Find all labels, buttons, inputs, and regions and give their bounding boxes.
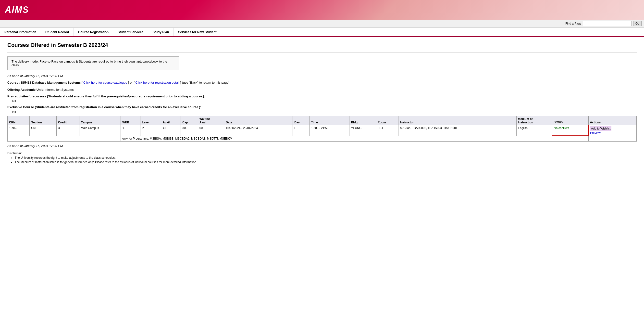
find-page-go-button[interactable]: Go — [633, 21, 642, 26]
programme-cell-empty-3 — [588, 136, 636, 141]
col-credit: Credit — [56, 116, 79, 125]
cell-actions: Add to Wishlist Preview — [588, 125, 636, 136]
cell-status: No conflicts — [552, 125, 588, 136]
col-room: Room — [376, 116, 398, 125]
col-avail: Avail — [161, 116, 181, 125]
offering-value: Information Systems — [44, 88, 74, 92]
find-page-bar: Find a Page Go — [0, 20, 644, 28]
cell-waitlist: 60 — [198, 125, 224, 136]
exclusive-value: Nil — [12, 110, 637, 114]
col-day: Day — [293, 116, 310, 125]
nav-item-personal-information[interactable]: Personal Information — [0, 28, 41, 36]
course-label: Course : — [7, 81, 20, 84]
col-medium: Medium ofInstruction — [516, 116, 552, 125]
logo: AIMS — [5, 5, 29, 15]
cell-crn: 10962 — [8, 125, 30, 136]
col-date: Date — [224, 116, 293, 125]
find-page-input[interactable] — [583, 21, 632, 26]
status-text: No conflicts — [554, 126, 569, 130]
cell-level: P — [140, 125, 161, 136]
cell-room: LT-1 — [376, 125, 398, 136]
col-actions: Actions — [588, 116, 636, 125]
col-status: Status — [552, 116, 588, 125]
offering-label: Offering Academic Unit: — [7, 88, 44, 92]
col-level: Level — [140, 116, 161, 125]
notice-text: The delivery mode: Face-to-Face on campu… — [12, 60, 167, 67]
nav: Personal Information Student Record Cour… — [0, 28, 644, 37]
col-crn: CRN — [8, 116, 30, 125]
disclaimer-list: The University reserves the right to mak… — [15, 156, 637, 164]
course-code: IS5413 Database Management Systems — [21, 81, 80, 84]
prereq-label: Pre-requisites/precursors (Students shou… — [7, 94, 637, 98]
course-or: or — [130, 81, 134, 84]
cell-medium: English — [516, 125, 552, 136]
cell-time: 19:00 - 21:50 — [310, 125, 350, 136]
header: AIMS — [0, 0, 644, 20]
exclusive-label: Exclusive Course (Students are restricte… — [7, 105, 637, 109]
nav-item-student-services[interactable]: Student Services — [113, 28, 148, 36]
registration-detail-link[interactable]: Click here for registration detail — [135, 81, 179, 84]
nav-item-student-record[interactable]: Student Record — [41, 28, 74, 36]
disclaimer-title: Disclaimer: — [7, 152, 637, 155]
col-bldg: Bldg — [350, 116, 376, 125]
table-row: 10962 C61 3 Main Campus Y P 41 300 60 15… — [8, 125, 637, 136]
as-of-1: As of As of January 15, 2024 17:00 PM — [7, 74, 637, 78]
disclaimer-item-1: The University reserves the right to mak… — [15, 156, 637, 159]
disclaimer-item-2: The Medium of Instruction listed is for … — [15, 160, 637, 164]
as-of-2: As of As of January 15, 2024 17:00 PM — [7, 144, 637, 148]
col-cap: Cap — [181, 116, 198, 125]
col-section: Section — [30, 116, 56, 125]
cell-bldg: YEUNG — [350, 125, 376, 136]
cell-campus: Main Campus — [79, 125, 120, 136]
disclaimer: Disclaimer: The University reserves the … — [7, 152, 637, 164]
add-to-wishlist-button[interactable]: Add to Wishlist — [590, 126, 612, 131]
cell-day: F — [293, 125, 310, 136]
col-instructor: Instructor — [398, 116, 516, 125]
cell-section: C61 — [30, 125, 56, 136]
course-info-line: Course : IS5413 Database Management Syst… — [7, 80, 637, 85]
cell-instructor: MA Jian, TBA IS002, TBA IS003, TBA IS001 — [398, 125, 516, 136]
course-back-note: (use "Back" to return to this page) — [182, 81, 230, 84]
offering-line: Offering Academic Unit: Information Syst… — [7, 87, 637, 93]
catalogue-link[interactable]: Click here for course catalogue — [83, 81, 127, 84]
programme-cell-text: only for Programme: MSBISA, MSBISB, MSCB… — [121, 136, 552, 141]
programme-cell-empty — [8, 136, 121, 141]
title-divider — [7, 52, 637, 53]
cell-web: Y — [121, 125, 140, 136]
programme-cell-empty-2 — [552, 136, 588, 141]
programme-row: only for Programme: MSBISA, MSBISB, MSCB… — [8, 136, 637, 141]
cell-credit: 3 — [56, 125, 79, 136]
nav-item-study-plan[interactable]: Study Plan — [148, 28, 174, 36]
notice-box: The delivery mode: Face-to-Face on campu… — [7, 57, 179, 70]
nav-item-course-registration[interactable]: Course Registration — [74, 28, 113, 36]
prereq-value: Nil — [12, 99, 637, 103]
nav-item-services-for-new-student[interactable]: Services for New Student — [174, 28, 221, 36]
cell-cap: 300 — [181, 125, 198, 136]
find-page-label: Find a Page — [565, 22, 581, 25]
col-waitlist: WaitlistAvail — [198, 116, 224, 125]
main-content: Courses Offered in Semester B 2023/24 Th… — [0, 37, 644, 170]
course-table: CRN Section Credit Campus WEB Level Avai… — [7, 116, 637, 142]
preview-link[interactable]: Preview — [590, 131, 601, 135]
col-web: WEB — [121, 116, 140, 125]
col-time: Time — [310, 116, 350, 125]
cell-avail: 41 — [161, 125, 181, 136]
cell-date: 15/01/2024 - 20/04/2024 — [224, 125, 293, 136]
page-title: Courses Offered in Semester B 2023/24 — [7, 42, 637, 48]
col-campus: Campus — [79, 116, 120, 125]
